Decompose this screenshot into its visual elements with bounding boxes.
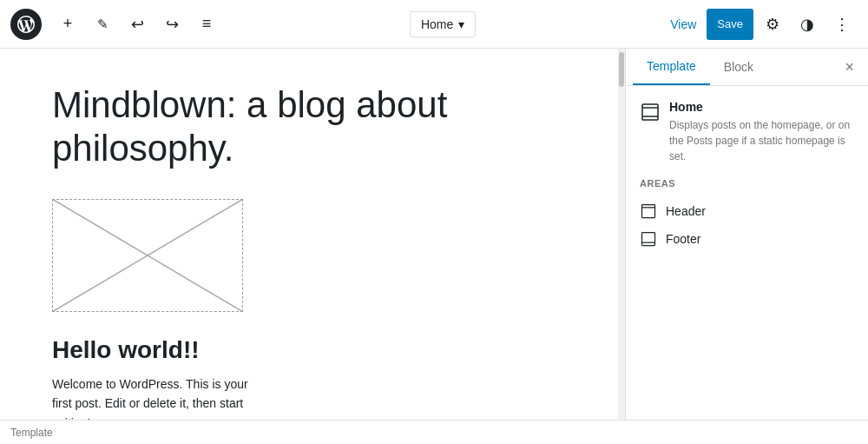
page-name: Home [421,17,453,31]
blog-title: Mindblown: a blog about philosophy. [52,83,566,171]
header-area-icon [640,202,657,220]
scroll-thumb [619,52,624,87]
areas-label: AREAS [640,178,854,189]
undo-button[interactable]: ↩ [122,9,153,40]
redo-button[interactable]: ↪ [156,9,187,40]
list-icon: ≡ [202,15,212,33]
template-name: Home [669,100,854,114]
toolbar-center: Home ▾ [226,11,660,37]
plus-icon: + [63,15,73,33]
toolbar-right: View Save ⚙ ◑ ⋮ [663,9,858,40]
header-area-name: Header [666,204,706,218]
home-template-icon [640,102,661,123]
post-excerpt: Welcome to WordPress. This is your first… [52,374,260,420]
svg-rect-2 [642,104,658,120]
undo-icon: ↩ [131,15,144,34]
view-button[interactable]: View [663,12,703,36]
pen-icon: ✎ [97,17,108,32]
wp-logo[interactable] [10,9,42,40]
gear-icon: ⚙ [766,15,779,34]
area-item-footer[interactable]: Footer [640,225,854,253]
circle-half-icon: ◑ [800,15,814,34]
settings-button[interactable]: ⚙ [757,9,788,40]
list-view-button[interactable]: ≡ [191,9,222,40]
tab-block[interactable]: Block [710,50,767,84]
toolbar: + ✎ ↩ ↪ ≡ Home ▾ View Save ⚙ ◑ ⋮ [0,0,868,49]
area-item-header[interactable]: Header [640,197,854,225]
editor-area[interactable]: Mindblown: a blog about philosophy. Hell… [0,49,618,420]
sidebar-content: Home Displays posts on the homepage, or … [626,86,868,420]
svg-rect-7 [642,233,655,246]
editor-scrollbar[interactable] [618,49,625,420]
template-desc: Displays posts on the homepage, or on th… [669,117,854,164]
save-button[interactable]: Save [707,9,753,40]
bottom-bar: Template [0,420,868,444]
bottom-bar-label: Template [10,427,53,439]
template-info: Home Displays posts on the homepage, or … [669,100,854,164]
main-layout: Mindblown: a blog about philosophy. Hell… [0,49,868,420]
sidebar: Template Block × Home Displays posts on … [625,49,868,420]
footer-area-icon [640,230,657,248]
post-title: Hello world!! [52,336,566,364]
tab-template[interactable]: Template [633,49,710,85]
ellipsis-icon: ⋮ [834,15,850,34]
image-placeholder [52,199,243,312]
tools-button[interactable]: ◑ [792,9,823,40]
template-item: Home Displays posts on the homepage, or … [640,100,854,164]
svg-rect-5 [642,205,655,218]
add-block-button[interactable]: + [52,9,83,40]
pen-button[interactable]: ✎ [87,9,118,40]
close-sidebar-button[interactable]: × [838,51,861,83]
footer-area-name: Footer [666,232,700,246]
sidebar-tabs: Template Block × [626,49,868,86]
page-selector[interactable]: Home ▾ [410,11,476,37]
more-options-button[interactable]: ⋮ [826,9,858,40]
dropdown-arrow-icon: ▾ [458,17,464,31]
redo-icon: ↪ [166,15,179,34]
